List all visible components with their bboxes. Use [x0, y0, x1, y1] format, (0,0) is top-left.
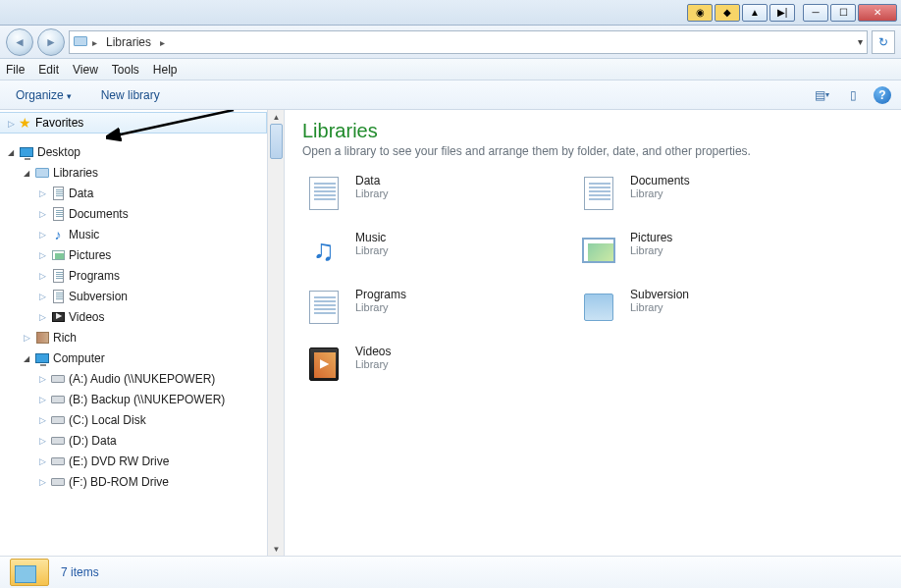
- page-icon: [50, 186, 66, 201]
- tree-lib-item[interactable]: ♪Music: [0, 224, 284, 244]
- tree-scrollbar[interactable]: ▲ ▼: [267, 110, 284, 556]
- tree-item-label: Music: [69, 228, 99, 241]
- maximize-button[interactable]: ☐: [830, 4, 856, 22]
- collapse-icon[interactable]: [22, 168, 31, 178]
- tree-drive-item[interactable]: (C:) Local Disk: [0, 409, 284, 430]
- menu-edit[interactable]: Edit: [38, 63, 59, 77]
- expand-icon[interactable]: [37, 456, 47, 466]
- tree-drive-item[interactable]: (E:) DVD RW Drive: [0, 451, 284, 471]
- expand-icon[interactable]: [37, 209, 47, 219]
- help-icon[interactable]: ?: [874, 86, 891, 104]
- forward-button[interactable]: ►: [37, 28, 65, 56]
- tree-favorites[interactable]: ★ Favorites: [0, 112, 267, 134]
- library-item[interactable]: VideosLibrary: [302, 345, 538, 384]
- collapse-icon[interactable]: [6, 147, 16, 157]
- menu-file[interactable]: File: [6, 63, 25, 77]
- expand-icon[interactable]: [37, 271, 47, 281]
- tree-item-label: Programs: [69, 269, 120, 283]
- menu-view[interactable]: View: [73, 63, 98, 77]
- expand-icon[interactable]: [37, 230, 47, 240]
- tray-up-icon[interactable]: ▲: [742, 4, 768, 22]
- library-item[interactable]: ♫MusicLibrary: [302, 231, 538, 270]
- tray-next-icon[interactable]: ▶|: [769, 4, 795, 22]
- expand-icon[interactable]: [37, 292, 47, 301]
- tree-lib-item[interactable]: Subversion: [0, 286, 284, 306]
- address-dropdown-icon[interactable]: ▾: [858, 36, 863, 47]
- breadcrumb-sep[interactable]: [159, 35, 166, 49]
- tree-libraries[interactable]: Libraries: [0, 162, 284, 183]
- tree-drive-item[interactable]: (F:) BD-ROM Drive: [0, 471, 284, 492]
- music-icon: ♪: [50, 227, 66, 242]
- drive-icon: [50, 392, 66, 407]
- organize-button[interactable]: Organize: [10, 85, 78, 105]
- library-music-icon: ♫: [302, 231, 345, 270]
- library-item[interactable]: DocumentsLibrary: [577, 174, 813, 213]
- refresh-button[interactable]: ↻: [872, 30, 895, 54]
- status-folder-icon: [10, 559, 49, 586]
- library-item-type: Library: [355, 244, 389, 256]
- scroll-down-icon[interactable]: ▼: [268, 542, 285, 556]
- picture-icon: [50, 247, 66, 263]
- expand-icon[interactable]: [37, 436, 47, 446]
- close-button[interactable]: ✕: [858, 4, 897, 22]
- new-library-button[interactable]: New library: [95, 85, 166, 105]
- scroll-thumb[interactable]: [270, 124, 283, 159]
- expand-icon[interactable]: [37, 312, 47, 322]
- library-item-type: Library: [355, 187, 389, 199]
- video-icon: [50, 309, 66, 325]
- address-bar[interactable]: Libraries ▾: [69, 30, 868, 54]
- expand-icon[interactable]: [37, 250, 47, 260]
- tree-item-label: (B:) Backup (\\NUKEPOWER): [69, 393, 225, 406]
- breadcrumb-item[interactable]: Libraries: [102, 33, 155, 51]
- expand-icon[interactable]: [37, 415, 47, 425]
- page-icon: [50, 268, 66, 284]
- menu-help[interactable]: Help: [153, 63, 178, 77]
- menu-tools[interactable]: Tools: [112, 63, 139, 77]
- star-icon: ★: [19, 115, 31, 131]
- drive-icon: [50, 412, 66, 428]
- view-mode-icon[interactable]: ▤▾: [811, 84, 832, 106]
- tree-item-label: (A:) Audio (\\NUKEPOWER): [69, 372, 215, 386]
- tree-computer[interactable]: Computer: [0, 347, 284, 368]
- minimize-button[interactable]: ─: [803, 4, 828, 22]
- libraries-icon: [34, 165, 50, 181]
- tree-drive-item[interactable]: (B:) Backup (\\NUKEPOWER): [0, 389, 284, 409]
- scroll-up-icon[interactable]: ▲: [268, 110, 285, 124]
- breadcrumb-sep[interactable]: [91, 35, 98, 49]
- libraries-icon: [74, 35, 87, 49]
- tree-item-label: Videos: [69, 310, 104, 324]
- menu-bar: File Edit View Tools Help: [0, 59, 901, 80]
- library-item[interactable]: SubversionLibrary: [577, 288, 813, 327]
- tree-lib-item[interactable]: Programs: [0, 265, 284, 286]
- collapse-icon[interactable]: [22, 353, 31, 363]
- tray-icon-1[interactable]: ◉: [687, 4, 713, 22]
- library-pictures-icon: [577, 231, 620, 270]
- back-button[interactable]: ◄: [6, 28, 33, 56]
- tree-rich[interactable]: Rich: [0, 327, 284, 347]
- tree-drive-item[interactable]: (D:) Data: [0, 430, 284, 451]
- library-item-type: Library: [630, 187, 690, 199]
- tray-icon-2[interactable]: ◆: [715, 4, 740, 22]
- expand-icon[interactable]: [22, 333, 31, 343]
- expand-icon[interactable]: [8, 116, 15, 130]
- expand-icon[interactable]: [37, 188, 47, 198]
- tree-desktop[interactable]: Desktop: [0, 141, 284, 162]
- expand-icon[interactable]: [37, 374, 47, 384]
- library-item-name: Documents: [630, 174, 690, 187]
- expand-icon[interactable]: [37, 477, 47, 487]
- favorites-label: Favorites: [35, 116, 83, 130]
- tree-lib-item[interactable]: Documents: [0, 203, 284, 224]
- tree-lib-item[interactable]: Data: [0, 183, 284, 203]
- library-item[interactable]: PicturesLibrary: [577, 231, 813, 270]
- tree-lib-item[interactable]: Pictures: [0, 244, 284, 265]
- library-item[interactable]: ProgramsLibrary: [302, 288, 538, 327]
- expand-icon[interactable]: [37, 395, 47, 404]
- tree-lib-item[interactable]: Videos: [0, 306, 284, 327]
- library-item-type: Library: [630, 301, 689, 313]
- tree-item-label: Subversion: [69, 290, 128, 303]
- status-bar: 7 items: [0, 556, 901, 588]
- tree-drive-item[interactable]: (A:) Audio (\\NUKEPOWER): [0, 368, 284, 389]
- page-icon: [50, 289, 66, 304]
- library-item[interactable]: DataLibrary: [302, 174, 538, 213]
- preview-pane-icon[interactable]: ▯: [842, 84, 864, 106]
